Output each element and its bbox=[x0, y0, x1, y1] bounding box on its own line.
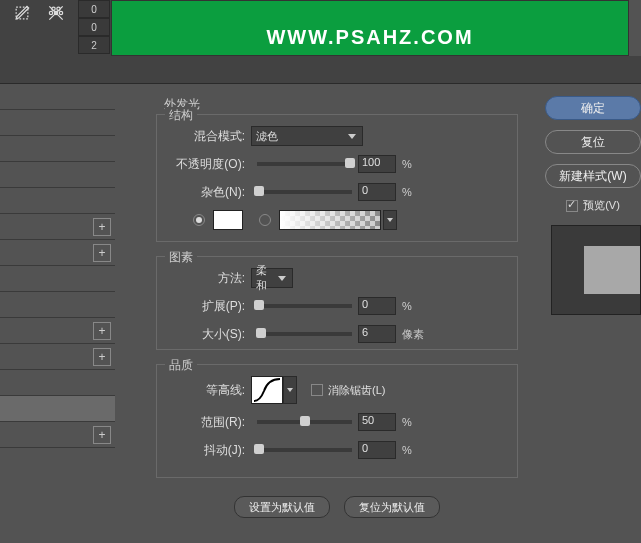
reset-default-button[interactable]: 复位为默认值 bbox=[344, 496, 440, 518]
list-item[interactable] bbox=[0, 370, 115, 396]
jitter-label: 抖动(J): bbox=[165, 442, 251, 459]
plus-icon[interactable]: + bbox=[93, 426, 111, 444]
structure-legend: 结构 bbox=[165, 107, 197, 124]
percent-unit: % bbox=[402, 444, 412, 456]
range-slider[interactable] bbox=[257, 420, 352, 424]
svg-point-1 bbox=[49, 11, 52, 14]
percent-unit: % bbox=[402, 416, 412, 428]
percent-unit: % bbox=[402, 186, 412, 198]
svg-point-4 bbox=[52, 7, 55, 10]
list-item[interactable] bbox=[0, 292, 115, 318]
tool-number-column: 0 0 2 bbox=[78, 0, 110, 54]
banner-text: WWW.PSAHZ.COM bbox=[266, 26, 473, 49]
svg-point-2 bbox=[54, 11, 57, 14]
right-buttons: 确定 复位 新建样式(W) 预览(V) bbox=[545, 96, 641, 315]
preview-box bbox=[551, 225, 641, 315]
opacity-input[interactable]: 100 bbox=[358, 155, 396, 173]
color-radio[interactable] bbox=[193, 214, 205, 226]
spread-slider[interactable] bbox=[257, 304, 352, 308]
list-item[interactable]: + bbox=[0, 318, 115, 344]
list-item[interactable] bbox=[0, 136, 115, 162]
set-default-button[interactable]: 设置为默认值 bbox=[234, 496, 330, 518]
gradient-radio[interactable] bbox=[259, 214, 271, 226]
elements-fieldset: 图素 方法: 柔和 扩展(P): 0 % 大小(S): 6 像素 bbox=[156, 256, 518, 350]
divider-bar bbox=[0, 56, 641, 84]
effects-list: + + + + + bbox=[0, 84, 115, 543]
quality-fieldset: 品质 等高线: 消除锯齿(L) 范围(R): 50 % 抖动(J): 0 % bbox=[156, 364, 518, 478]
list-item[interactable]: + bbox=[0, 344, 115, 370]
antialias-label: 消除锯齿(L) bbox=[328, 383, 385, 398]
preview-label: 预览(V) bbox=[583, 198, 620, 213]
noise-input[interactable]: 0 bbox=[358, 183, 396, 201]
percent-unit: % bbox=[402, 158, 412, 170]
settings-panel: 外发光 结构 混合模式: 滤色 不透明度(O): 100 % 杂色(N): 0 … bbox=[140, 84, 540, 533]
blend-mode-label: 混合模式: bbox=[165, 128, 251, 145]
contour-label: 等高线: bbox=[165, 382, 251, 399]
size-slider[interactable] bbox=[257, 332, 352, 336]
opacity-label: 不透明度(O): bbox=[165, 156, 251, 173]
quality-legend: 品质 bbox=[165, 357, 197, 374]
list-item[interactable]: + bbox=[0, 422, 115, 448]
contour-picker[interactable] bbox=[251, 376, 283, 404]
plus-icon[interactable]: + bbox=[93, 218, 111, 236]
list-item[interactable] bbox=[0, 84, 115, 110]
noise-slider[interactable] bbox=[257, 190, 352, 194]
percent-unit: % bbox=[402, 300, 412, 312]
elements-legend: 图素 bbox=[165, 249, 197, 266]
list-item[interactable] bbox=[0, 266, 115, 292]
list-item[interactable] bbox=[0, 188, 115, 214]
num-cell[interactable]: 0 bbox=[78, 18, 110, 36]
antialias-checkbox[interactable] bbox=[311, 384, 323, 396]
method-select[interactable]: 柔和 bbox=[251, 268, 293, 288]
svg-point-5 bbox=[57, 7, 60, 10]
px-unit: 像素 bbox=[402, 327, 424, 342]
gradient-swatch[interactable] bbox=[279, 210, 381, 230]
preview-inner bbox=[584, 246, 640, 294]
ok-button[interactable]: 确定 bbox=[545, 96, 641, 120]
num-cell[interactable]: 2 bbox=[78, 36, 110, 54]
blend-mode-select[interactable]: 滤色 bbox=[251, 126, 363, 146]
jitter-slider[interactable] bbox=[257, 448, 352, 452]
range-input[interactable]: 50 bbox=[358, 413, 396, 431]
contour-dropdown[interactable] bbox=[283, 376, 297, 404]
heal-tool-icon[interactable] bbox=[40, 0, 72, 28]
color-swatch[interactable] bbox=[213, 210, 243, 230]
jitter-input[interactable]: 0 bbox=[358, 441, 396, 459]
gradient-dropdown[interactable] bbox=[383, 210, 397, 230]
preview-checkbox[interactable] bbox=[566, 200, 578, 212]
reset-button[interactable]: 复位 bbox=[545, 130, 641, 154]
spread-input[interactable]: 0 bbox=[358, 297, 396, 315]
opacity-slider[interactable] bbox=[257, 162, 352, 166]
new-style-button[interactable]: 新建样式(W) bbox=[545, 164, 641, 188]
plus-icon[interactable]: + bbox=[93, 244, 111, 262]
tool-palette: 0 0 2 bbox=[0, 0, 111, 56]
eyedropper-icon[interactable] bbox=[6, 0, 38, 28]
list-item[interactable]: + bbox=[0, 240, 115, 266]
method-label: 方法: bbox=[165, 270, 251, 287]
list-item[interactable] bbox=[0, 162, 115, 188]
svg-point-3 bbox=[59, 11, 62, 14]
spread-label: 扩展(P): bbox=[165, 298, 251, 315]
size-label: 大小(S): bbox=[165, 326, 251, 343]
list-item-selected[interactable] bbox=[0, 396, 115, 422]
range-label: 范围(R): bbox=[165, 414, 251, 431]
size-input[interactable]: 6 bbox=[358, 325, 396, 343]
num-cell[interactable]: 0 bbox=[78, 0, 110, 18]
structure-fieldset: 结构 混合模式: 滤色 不透明度(O): 100 % 杂色(N): 0 % bbox=[156, 114, 518, 242]
list-item[interactable] bbox=[0, 110, 115, 136]
plus-icon[interactable]: + bbox=[93, 348, 111, 366]
list-item[interactable]: + bbox=[0, 214, 115, 240]
noise-label: 杂色(N): bbox=[165, 184, 251, 201]
banner: WWW.PSAHZ.COM bbox=[111, 0, 629, 56]
plus-icon[interactable]: + bbox=[93, 322, 111, 340]
